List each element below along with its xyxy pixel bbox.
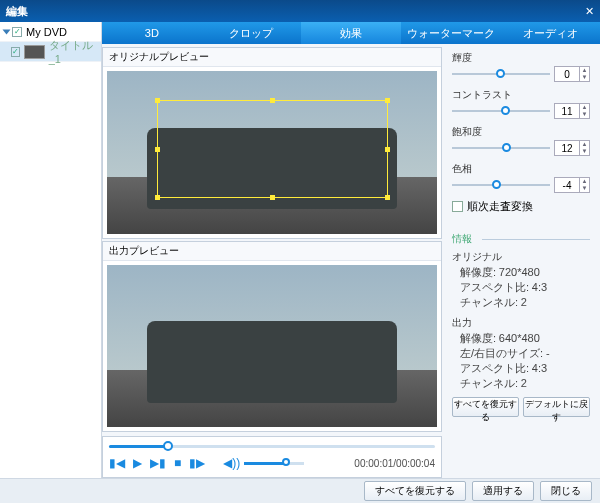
crop-rect[interactable] (157, 100, 388, 198)
main-area: ✓ My DVD ✓ タイトル_1 3D クロップ 効果 ウォーターマーク オー… (0, 22, 600, 478)
crop-handle[interactable] (155, 195, 160, 200)
window-title: 編集 (6, 4, 28, 19)
tab-3d[interactable]: 3D (102, 22, 202, 44)
stop-button[interactable]: ■ (174, 456, 181, 470)
close-button[interactable]: 閉じる (540, 481, 592, 501)
brightness-slider[interactable] (452, 69, 550, 79)
crop-handle[interactable] (385, 195, 390, 200)
info-line: 解像度: 640*480 (452, 331, 590, 346)
deinterlace-label: 順次走査変換 (467, 199, 533, 214)
playback-controls: ▮◀ ▶ ▶▮ ■ ▮▶ ◀)) 00:00:01/00:00:04 (102, 436, 442, 478)
crop-handle[interactable] (155, 147, 160, 152)
info-section: 情報 オリジナル 解像度: 720*480 アスペクト比: 4:3 チャンネル:… (452, 232, 590, 391)
output-preview-title: 出力プレビュー (103, 242, 441, 261)
play-button[interactable]: ▶ (133, 456, 142, 470)
close-icon[interactable]: ✕ (585, 5, 594, 18)
info-line: アスペクト比: 4:3 (452, 280, 590, 295)
tab-crop[interactable]: クロップ (202, 22, 302, 44)
slider-knob[interactable] (502, 143, 511, 152)
brightness-label: 輝度 (452, 51, 590, 65)
seek-slider[interactable] (109, 442, 435, 450)
preview-column: オリジナルプレビュー (102, 47, 446, 478)
crop-handle[interactable] (385, 147, 390, 152)
restore-all-button[interactable]: すべてを復元する (452, 397, 519, 417)
hue-slider[interactable] (452, 180, 550, 190)
deinterlace-checkbox[interactable] (452, 201, 463, 212)
info-line: アスペクト比: 4:3 (452, 361, 590, 376)
contrast-spinner[interactable]: 11▲▼ (554, 103, 590, 119)
hue-label: 色相 (452, 162, 590, 176)
expand-icon[interactable] (3, 29, 11, 34)
playback-time: 00:00:01/00:00:04 (354, 458, 435, 469)
thumbnail (24, 45, 45, 59)
info-heading: 情報 (452, 232, 590, 246)
apply-button[interactable]: 適用する (472, 481, 534, 501)
info-line: 解像度: 720*480 (452, 265, 590, 280)
saturation-slider[interactable] (452, 143, 550, 153)
slider-knob[interactable] (501, 106, 510, 115)
info-line: 左/右目のサイズ: - (452, 346, 590, 361)
info-line: チャンネル: 2 (452, 376, 590, 391)
spin-up[interactable]: ▲ (579, 104, 589, 111)
original-video[interactable] (107, 71, 437, 234)
info-line: チャンネル: 2 (452, 295, 590, 310)
contrast-label: コントラスト (452, 88, 590, 102)
crop-handle[interactable] (270, 98, 275, 103)
spin-up[interactable]: ▲ (579, 178, 589, 185)
brightness-prop: 輝度 0▲▼ (452, 51, 590, 82)
default-button[interactable]: デフォルトに戻す (523, 397, 590, 417)
hue-prop: 色相 -4▲▼ (452, 162, 590, 193)
slider-knob[interactable] (492, 180, 501, 189)
spin-up[interactable]: ▲ (579, 141, 589, 148)
prev-button[interactable]: ▮◀ (109, 456, 125, 470)
saturation-prop: 飽和度 12▲▼ (452, 125, 590, 156)
seek-knob[interactable] (163, 441, 173, 451)
spin-down[interactable]: ▼ (579, 74, 589, 81)
next-button[interactable]: ▶▮ (150, 456, 166, 470)
effect-panel: 輝度 0▲▼ コントラスト 11▲▼ 飽和度 (446, 47, 596, 478)
sidebar-root-label: My DVD (26, 26, 67, 38)
contrast-prop: コントラスト 11▲▼ (452, 88, 590, 119)
checkbox-root[interactable]: ✓ (12, 27, 22, 37)
info-output-title: 出力 (452, 316, 590, 330)
contrast-slider[interactable] (452, 106, 550, 116)
output-video[interactable] (107, 265, 437, 428)
crop-handle[interactable] (270, 195, 275, 200)
checkbox-item[interactable]: ✓ (11, 47, 20, 57)
deinterlace-row: 順次走査変換 (452, 199, 590, 214)
content: 3D クロップ 効果 ウォーターマーク オーディオ オリジナルプレビュー (102, 22, 600, 478)
original-preview-title: オリジナルプレビュー (103, 48, 441, 67)
crop-handle[interactable] (385, 98, 390, 103)
tab-effect[interactable]: 効果 (301, 22, 401, 44)
step-button[interactable]: ▮▶ (189, 456, 205, 470)
titlebar[interactable]: 編集 ✕ (0, 0, 600, 22)
footer-restore-all-button[interactable]: すべてを復元する (364, 481, 466, 501)
workarea: オリジナルプレビュー (102, 44, 600, 478)
spin-down[interactable]: ▼ (579, 185, 589, 192)
tab-watermark[interactable]: ウォーターマーク (401, 22, 501, 44)
saturation-spinner[interactable]: 12▲▼ (554, 140, 590, 156)
volume-icon[interactable]: ◀)) (223, 456, 240, 470)
spin-down[interactable]: ▼ (579, 148, 589, 155)
footer: すべてを復元する 適用する 閉じる (0, 478, 600, 503)
original-preview-panel: オリジナルプレビュー (102, 47, 442, 239)
sidebar-item-label: タイトル_1 (49, 38, 97, 65)
tab-bar: 3D クロップ 効果 ウォーターマーク オーディオ (102, 22, 600, 44)
panel-buttons: すべてを復元する デフォルトに戻す (452, 397, 590, 417)
spin-up[interactable]: ▲ (579, 67, 589, 74)
volume-slider[interactable] (244, 460, 304, 466)
crop-handle[interactable] (155, 98, 160, 103)
spin-down[interactable]: ▼ (579, 111, 589, 118)
slider-knob[interactable] (496, 69, 505, 78)
sidebar-item-title1[interactable]: ✓ タイトル_1 (0, 42, 101, 62)
saturation-label: 飽和度 (452, 125, 590, 139)
volume-control: ◀)) (223, 456, 304, 470)
tab-audio[interactable]: オーディオ (500, 22, 600, 44)
sidebar: ✓ My DVD ✓ タイトル_1 (0, 22, 102, 478)
output-preview-panel: 出力プレビュー (102, 241, 442, 433)
info-original-title: オリジナル (452, 250, 590, 264)
brightness-spinner[interactable]: 0▲▼ (554, 66, 590, 82)
hue-spinner[interactable]: -4▲▼ (554, 177, 590, 193)
